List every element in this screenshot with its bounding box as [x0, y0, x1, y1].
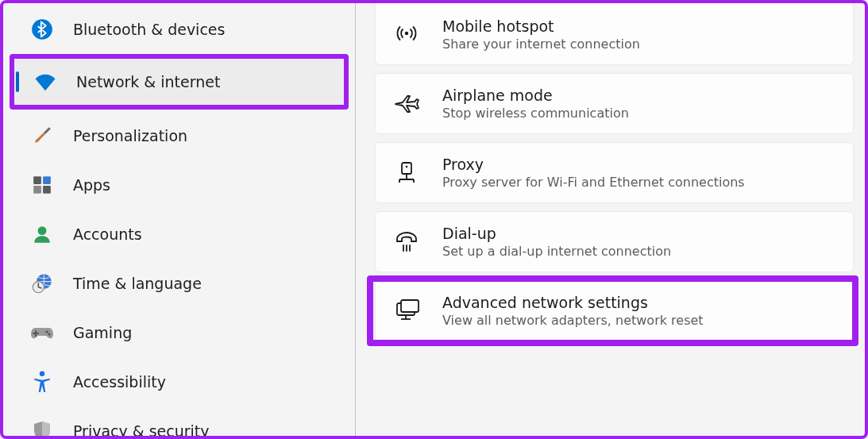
- sidebar-item-label: Apps: [73, 176, 110, 194]
- card-title: Mobile hotspot: [442, 17, 640, 35]
- svg-point-13: [406, 165, 408, 168]
- accessibility-icon: [30, 370, 54, 394]
- svg-rect-3: [33, 186, 41, 194]
- gamepad-icon: [30, 321, 54, 345]
- card-dialup[interactable]: Dial-up Set up a dial-up internet connec…: [375, 211, 854, 272]
- proxy-icon: [393, 160, 420, 187]
- sidebar-item-label: Personalization: [73, 127, 187, 144]
- svg-point-10: [40, 372, 44, 376]
- apps-icon: [30, 173, 54, 197]
- svg-point-9: [48, 333, 50, 335]
- card-advanced-network[interactable]: Advanced network settings View all netwo…: [375, 280, 854, 341]
- phone-icon: [393, 229, 420, 256]
- globe-clock-icon: [30, 271, 54, 295]
- svg-point-11: [405, 31, 408, 34]
- card-title: Airplane mode: [442, 87, 629, 104]
- sidebar: Bluetooth & devices Network & internet: [3, 3, 356, 436]
- sidebar-item-label: Network & internet: [76, 73, 220, 90]
- sidebar-item-time-language[interactable]: Time & language: [3, 259, 355, 308]
- card-mobile-hotspot[interactable]: Mobile hotspot Share your internet conne…: [375, 3, 854, 65]
- card-title: Proxy: [442, 156, 745, 173]
- svg-rect-1: [33, 176, 41, 184]
- sidebar-item-apps[interactable]: Apps: [3, 160, 355, 210]
- sidebar-item-personalization[interactable]: Personalization: [3, 111, 355, 160]
- sidebar-item-accessibility[interactable]: Accessibility: [3, 357, 355, 406]
- card-subtitle: Set up a dial-up internet connection: [442, 244, 671, 259]
- monitor-icon: [393, 298, 420, 325]
- sidebar-item-network[interactable]: Network & internet: [13, 57, 345, 106]
- card-proxy[interactable]: Proxy Proxy server for Wi-Fi and Etherne…: [375, 142, 854, 203]
- airplane-icon: [393, 90, 420, 117]
- wifi-icon: [33, 70, 57, 94]
- svg-rect-4: [43, 186, 51, 194]
- main-content: Mobile hotspot Share your internet conne…: [356, 3, 865, 436]
- card-subtitle: View all network adapters, network reset: [442, 313, 704, 328]
- sidebar-item-gaming[interactable]: Gaming: [3, 308, 355, 357]
- sidebar-item-accounts[interactable]: Accounts: [3, 210, 355, 259]
- svg-point-5: [38, 226, 47, 235]
- sidebar-item-privacy[interactable]: Privacy & security: [3, 406, 355, 439]
- sidebar-item-bluetooth[interactable]: Bluetooth & devices: [3, 5, 355, 54]
- card-airplane-mode[interactable]: Airplane mode Stop wireless communicatio…: [375, 73, 854, 134]
- sidebar-item-label: Accessibility: [73, 373, 166, 391]
- person-icon: [30, 222, 54, 246]
- svg-rect-12: [402, 163, 411, 174]
- svg-rect-2: [43, 176, 51, 184]
- card-subtitle: Share your internet connection: [442, 37, 640, 52]
- card-title: Dial-up: [442, 225, 671, 242]
- paintbrush-icon: [30, 124, 54, 148]
- hotspot-icon: [393, 21, 420, 48]
- svg-rect-22: [401, 300, 419, 312]
- sidebar-item-label: Gaming: [73, 324, 132, 341]
- sidebar-item-label: Privacy & security: [73, 422, 210, 439]
- bluetooth-icon: [30, 17, 54, 41]
- svg-point-8: [45, 330, 48, 333]
- card-subtitle: Proxy server for Wi-Fi and Ethernet conn…: [442, 175, 745, 190]
- sidebar-item-label: Accounts: [73, 225, 142, 243]
- sidebar-item-label: Bluetooth & devices: [73, 21, 225, 38]
- card-title: Advanced network settings: [442, 294, 704, 311]
- card-subtitle: Stop wireless communication: [442, 106, 629, 121]
- shield-icon: [30, 419, 54, 439]
- sidebar-item-label: Time & language: [73, 275, 202, 292]
